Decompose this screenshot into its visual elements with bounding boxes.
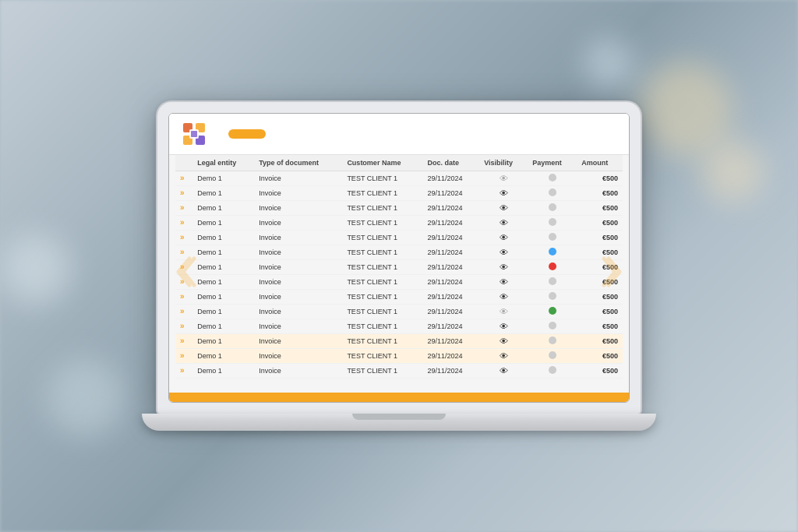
cell-visibility: 👁 [479,304,528,319]
cell-legal-entity: Demo 1 [192,348,254,363]
cell-payment [528,348,577,363]
payment-status-dot [549,366,556,374]
eye-visible-icon: 👁 [500,322,508,331]
table-row[interactable]: »Demo 1InvoiceTEST CLIENT 129/11/2024👁€5… [175,171,623,185]
bokeh-3 [584,39,631,86]
table-row[interactable]: »Demo 1InvoiceTEST CLIENT 129/11/2024👁€5… [175,259,623,274]
table-row[interactable]: »Demo 1InvoiceTEST CLIENT 129/11/2024👁€5… [175,289,623,304]
cell-doc-date: 29/11/2024 [423,259,480,274]
table-row[interactable]: »Demo 1InvoiceTEST CLIENT 129/11/2024👁€5… [175,230,623,245]
row-chevron-icon: » [175,304,192,319]
eye-visible-icon: 👁 [500,336,508,346]
cell-legal-entity: Demo 1 [192,259,254,274]
cell-visibility: 👁 [479,200,528,215]
table-row[interactable]: »Demo 1InvoiceTEST CLIENT 129/11/2024👁€5… [175,348,623,363]
payment-status-dot [549,292,556,300]
payment-status-dot [549,277,556,285]
cell-legal-entity: Demo 1 [192,289,254,304]
row-chevron-icon: » [175,363,192,378]
cell-doc-type: Invoice [254,200,342,215]
eye-visible-icon: 👁 [500,188,508,198]
table-row[interactable]: »Demo 1InvoiceTEST CLIENT 129/11/2024👁€5… [175,215,623,230]
chevron-right-icon: » [180,307,185,315]
eye-visible-icon: 👁 [500,351,508,361]
cell-doc-date: 29/11/2024 [423,348,480,363]
cell-doc-type: Invoice [254,230,342,245]
cell-doc-type: Invoice [254,185,342,200]
cell-visibility: 👁 [479,319,528,333]
laptop-screen: Legal entity Type of document Customer N… [168,113,630,403]
row-chevron-icon: » [175,215,192,230]
payment-status-dot [549,203,556,211]
cell-customer-name: TEST CLIENT 1 [342,245,422,259]
app-header [169,114,629,155]
table-row[interactable]: »Demo 1InvoiceTEST CLIENT 129/11/2024👁€5… [175,319,623,333]
footer-bar [169,393,629,402]
eye-visible-icon: 👁 [500,233,508,242]
cell-visibility: 👁 [479,274,528,289]
cell-doc-date: 29/11/2024 [423,230,480,245]
cell-doc-date: 29/11/2024 [423,333,480,348]
cell-legal-entity: Demo 1 [192,230,254,245]
cell-doc-date: 29/11/2024 [423,185,480,200]
table-row[interactable]: »Demo 1InvoiceTEST CLIENT 129/11/2024👁€5… [175,245,623,259]
table-container: Legal entity Type of document Customer N… [169,155,629,393]
cell-payment [528,289,577,304]
col-header-date: Doc. date [423,155,480,171]
table-row[interactable]: »Demo 1InvoiceTEST CLIENT 129/11/2024👁€5… [175,304,623,319]
cell-doc-type: Invoice [254,289,342,304]
bokeh-4 [47,358,125,436]
eye-visible-icon: 👁 [500,262,508,272]
next-page-arrow[interactable] [599,252,627,294]
row-chevron-icon: » [175,185,192,200]
cell-doc-date: 29/11/2024 [423,363,480,378]
cell-legal-entity: Demo 1 [192,319,254,333]
cell-payment [528,215,577,230]
documents-table: Legal entity Type of document Customer N… [175,155,623,379]
cell-doc-date: 29/11/2024 [423,215,480,230]
eye-visible-icon: 👁 [500,277,508,287]
payment-status-dot [549,307,556,315]
cell-legal-entity: Demo 1 [192,274,254,289]
cell-payment [528,274,577,289]
cell-visibility: 👁 [479,348,528,363]
prev-page-arrow[interactable] [171,252,199,294]
table-row[interactable]: »Demo 1InvoiceTEST CLIENT 129/11/2024👁€5… [175,333,623,348]
cell-doc-type: Invoice [254,319,342,333]
page-title-banner [228,129,266,139]
cell-customer-name: TEST CLIENT 1 [342,171,422,185]
row-chevron-icon: » [175,348,192,363]
cell-visibility: 👁 [479,171,528,185]
cell-payment [528,171,577,185]
table-row[interactable]: »Demo 1InvoiceTEST CLIENT 129/11/2024👁€5… [175,274,623,289]
table-row[interactable]: »Demo 1InvoiceTEST CLIENT 129/11/2024👁€5… [175,200,623,215]
payment-status-dot [549,188,556,196]
eye-visible-icon: 👁 [500,292,508,301]
chevron-right-icon: » [180,218,185,227]
cell-legal-entity: Demo 1 [192,215,254,230]
col-header-legal-entity: Legal entity [192,155,254,171]
payment-status-dot [549,218,556,226]
eye-visible-icon: 👁 [500,218,508,227]
cell-customer-name: TEST CLIENT 1 [342,289,422,304]
cell-doc-date: 29/11/2024 [423,304,480,319]
table-header-row: Legal entity Type of document Customer N… [175,155,623,171]
cell-payment [528,304,577,319]
col-header-amount: Amount [577,155,623,171]
cell-visibility: 👁 [479,333,528,348]
table-row[interactable]: »Demo 1InvoiceTEST CLIENT 129/11/2024👁€5… [175,363,623,378]
chevron-right-icon: » [180,322,185,330]
table-row[interactable]: »Demo 1InvoiceTEST CLIENT 129/11/2024👁€5… [175,185,623,200]
cell-doc-date: 29/11/2024 [423,245,480,259]
screen-content: Legal entity Type of document Customer N… [169,114,629,402]
payment-status-dot [549,336,556,344]
eye-visible-icon: 👁 [500,248,508,257]
cell-doc-date: 29/11/2024 [423,274,480,289]
cell-doc-type: Invoice [254,333,342,348]
cell-amount: €500 [577,171,623,185]
payment-status-dot [549,262,556,270]
cell-amount: €500 [577,200,623,215]
cell-amount: €500 [577,319,623,333]
chevron-right-icon: » [180,203,185,212]
cell-doc-date: 29/11/2024 [423,289,480,304]
